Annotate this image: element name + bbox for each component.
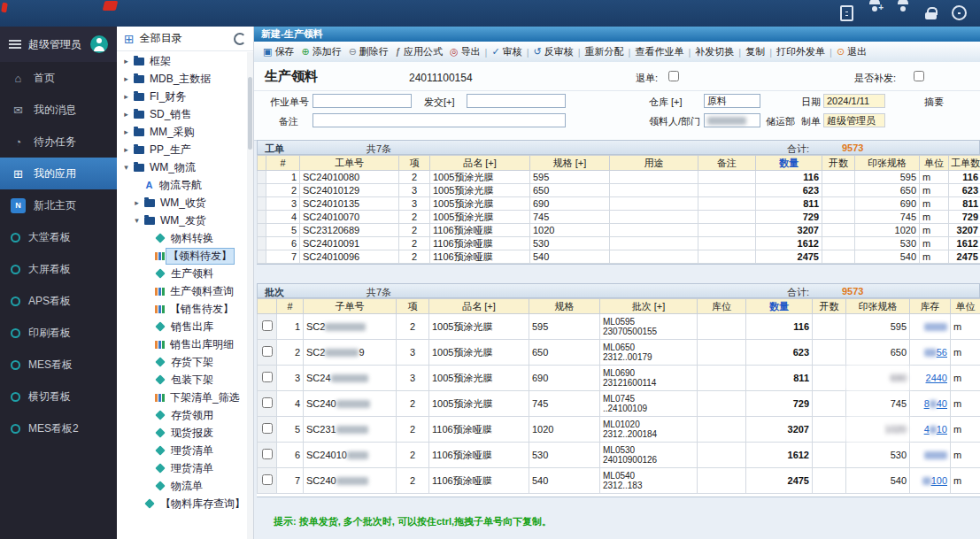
tree-item-7[interactable]: A物流导航 [117, 176, 247, 194]
lock-icon[interactable] [923, 5, 939, 21]
stock-link[interactable]: 56 [924, 347, 947, 358]
column-header-usage: 用途 [610, 156, 698, 171]
tree-scrollbar-thumb[interactable] [248, 77, 252, 150]
print-outgoing-button[interactable]: 打印外发单 [776, 45, 825, 58]
tree-item-19[interactable]: 下架清单_筛选 [117, 389, 247, 406]
stock-link[interactable] [924, 450, 947, 460]
expand-arrow-icon[interactable]: ▾ [122, 163, 130, 172]
batch-row-checkbox[interactable] [262, 320, 273, 331]
toolbar-button-label: 导出 [461, 45, 481, 58]
tree-item-21[interactable]: 现货报废 [117, 424, 247, 442]
tree-item-24[interactable]: 物流单 [117, 477, 247, 495]
add-row-button[interactable]: ⊕添加行 [301, 45, 341, 58]
user-add-icon[interactable]: + [867, 5, 883, 21]
sidebar-item-mes-board[interactable]: MES看板 [0, 349, 117, 381]
tree-item-23[interactable]: 理货清单 [117, 459, 247, 477]
sidebar-item-aps-board[interactable]: APS看板 [0, 285, 117, 317]
return-checkbox[interactable] [668, 71, 679, 81]
form-icon[interactable] [838, 5, 854, 21]
sidebar-item-crosscut-board[interactable]: 横切看板 [0, 381, 117, 412]
tree-item-2[interactable]: ▸FI_财务 [117, 88, 247, 105]
batch-row-checkbox[interactable] [262, 474, 273, 485]
tree-item-14[interactable]: 【销售待发】 [117, 300, 247, 318]
tree-item-11[interactable]: 【领料待发】 [117, 247, 247, 265]
reissue-checkbox[interactable] [914, 71, 924, 81]
apps-icon: ⊞ [11, 166, 26, 181]
sidebar-item-print-board[interactable]: 印刷看板 [0, 317, 117, 349]
expand-arrow-icon[interactable]: ▸ [122, 145, 130, 154]
expand-arrow-icon[interactable]: ▸ [122, 57, 130, 65]
tree-item-0[interactable]: ▸框架 [117, 52, 247, 70]
tree-item-17[interactable]: 存货下架 [117, 353, 247, 371]
expand-arrow-icon[interactable]: ▸ [122, 74, 130, 83]
reverse-audit-button[interactable]: ↺反审核 [534, 45, 574, 58]
tree-item-1[interactable]: ▸MDB_主数据 [117, 70, 247, 88]
cell-location [698, 391, 746, 417]
module-icon [155, 481, 165, 490]
sidebar-item-bigscreen-board[interactable]: 大屏看板 [0, 253, 117, 285]
tree-item-15[interactable]: 销售出库 [117, 318, 247, 335]
tree-item-4[interactable]: ▸MM_采购 [117, 123, 247, 141]
stock-link[interactable]: 2440 [926, 373, 947, 383]
minus-circle-icon[interactable] [952, 5, 968, 21]
expand-arrow-icon[interactable]: ▸ [122, 92, 130, 101]
tree-item-8[interactable]: ▸WM_收货 [117, 194, 247, 212]
sidebar-item-mes-board2[interactable]: MES看板2 [0, 412, 117, 444]
user-avatar-icon[interactable] [90, 35, 108, 53]
tree-item-3[interactable]: ▸SD_销售 [117, 105, 247, 123]
job-no-input[interactable] [313, 94, 412, 108]
tree-item-5[interactable]: ▸PP_生产 [117, 141, 247, 158]
sidebar-item-home[interactable]: ⌂首页 [0, 62, 117, 94]
stock-link[interactable]: 410 [924, 424, 947, 435]
expand-arrow-icon[interactable]: ▸ [133, 198, 141, 207]
sidebar-item-lobby-board[interactable]: 大堂看板 [0, 221, 117, 253]
apply-formula-button[interactable]: ƒ应用公式 [396, 45, 443, 58]
remark-input[interactable] [313, 113, 566, 127]
export-button[interactable]: ◎导出 [450, 45, 481, 58]
tree-item-13[interactable]: 生产领料查询 [117, 282, 247, 300]
deliver-input[interactable] [467, 94, 566, 108]
batch-row-checkbox[interactable] [262, 397, 273, 408]
batch-row-checkbox[interactable] [262, 346, 273, 357]
picker-input[interactable] [704, 113, 760, 127]
refresh-icon[interactable] [234, 33, 246, 45]
sidebar-item-my-apps[interactable]: ⊞我的应用 [0, 158, 117, 189]
reissue-toggle-button[interactable]: 补发切换 [695, 45, 734, 58]
expand-arrow-icon[interactable]: ▸ [122, 110, 130, 119]
stock-link[interactable]: 840 [924, 398, 947, 409]
tree-item-22[interactable]: 理货清单 [117, 442, 247, 459]
reassign-button[interactable]: 重新分配 [585, 45, 624, 58]
warehouse-value[interactable]: 原料 [704, 94, 760, 108]
tree-item-18[interactable]: 包装下架 [117, 371, 247, 389]
delete-row-button[interactable]: ⊖删除行 [349, 45, 389, 58]
audit-button[interactable]: ✓审核 [491, 45, 521, 58]
folder-icon [134, 111, 144, 119]
sidebar-item-messages[interactable]: ✉我的消息 [0, 94, 117, 126]
stock-link[interactable] [924, 321, 947, 332]
sidebar-item-tasks[interactable]: ◔待办任务 [0, 126, 117, 158]
menu-icon[interactable] [9, 43, 21, 45]
tree-item-25[interactable]: 【物料库存查询】 [117, 495, 247, 512]
sub-order-suffix: 9 [359, 347, 364, 358]
expand-arrow-icon[interactable]: ▾ [133, 216, 141, 225]
exit-button[interactable]: ⊙退出 [837, 45, 867, 58]
batch-row-checkbox[interactable] [262, 372, 273, 382]
copy-button[interactable]: 复制 [745, 45, 765, 58]
batch-lot: 2312..183 [603, 481, 694, 490]
tree-item-12[interactable]: 生产领料 [117, 265, 247, 282]
view-job-order-button[interactable]: 查看作业单 [635, 45, 683, 58]
tree-item-16[interactable]: 销售出库明细 [117, 335, 247, 353]
tree-item-20[interactable]: 存货领用 [117, 406, 247, 424]
tree-item-9[interactable]: ▾WM_发货 [117, 212, 247, 229]
batch-row-checkbox[interactable] [262, 423, 273, 434]
date-value[interactable]: 2024/1/11 [823, 94, 885, 108]
tree-item-10[interactable]: 物料转换 [117, 229, 247, 247]
batch-row-checkbox[interactable] [262, 449, 273, 459]
stock-link[interactable]: 100 [922, 475, 947, 486]
save-button[interactable]: ▣保存 [263, 45, 294, 58]
sidebar-item-xinbei-home[interactable]: N新北主页 [0, 189, 117, 221]
user-icon[interactable] [895, 5, 911, 21]
tree-item-6[interactable]: ▾WM_物流 [117, 158, 247, 176]
cell-sheets [813, 443, 846, 468]
expand-arrow-icon[interactable]: ▸ [122, 127, 130, 136]
